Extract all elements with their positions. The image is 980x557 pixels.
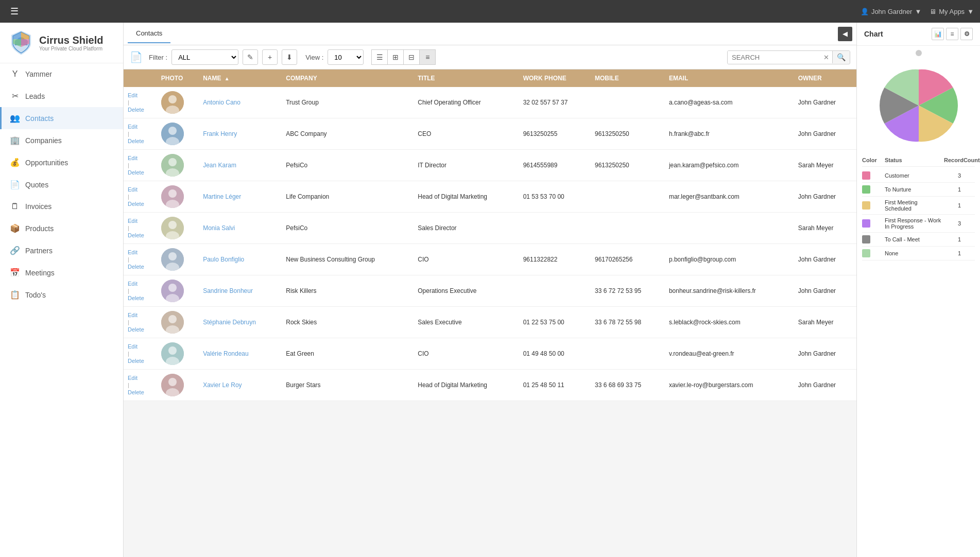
myapps-menu[interactable]: 🖥 My Apps ▼ [930,8,974,15]
sidebar-item-leads[interactable]: ✂ Leads [0,85,123,107]
row-company: PefsiCo [282,213,414,244]
delete-link[interactable]: Delete [128,232,153,238]
filter-select[interactable]: ALL My Contacts Recent [171,49,238,65]
user-menu[interactable]: 👤 John Gardner ▼ [861,8,921,15]
myapps-chevron-icon: ▼ [967,8,974,15]
col-header-title[interactable]: TITLE [414,69,519,87]
sidebar-item-todos[interactable]: 📋 Todo's [0,284,123,306]
myapps-icon: 🖥 [930,8,936,15]
contact-name-link[interactable]: Valérie Rondeau [203,350,249,357]
avatar [161,248,184,271]
sidebar-item-meetings[interactable]: 📅 Meetings [0,262,123,284]
tab-contacts[interactable]: Contacts [128,24,170,43]
delete-link[interactable]: Delete [128,201,153,207]
row-actions: Edit | Delete [124,338,157,370]
sidebar-item-companies[interactable]: 🏢 Companies [0,129,123,151]
contact-name-link[interactable]: Monia Salvi [203,224,235,232]
contacts-table: PHOTO NAME ▲ COMPANY TITLE WORK PHONE MO… [124,69,856,401]
row-photo [157,370,199,401]
contact-name-link[interactable]: Paulo Bonfiglio [203,256,244,263]
legend-color-swatch [862,171,870,180]
hamburger-button[interactable]: ☰ [6,4,23,19]
row-workphone: 01 49 48 50 00 [519,338,591,370]
table-view-button[interactable]: ≡ [419,49,436,65]
edit-link[interactable]: Edit [128,186,153,193]
sidebar-item-yammer[interactable]: Y Yammer [0,63,123,85]
col-header-company[interactable]: COMPANY [282,69,414,87]
edit-link[interactable]: Edit [128,124,153,130]
col-header-workphone[interactable]: WORK PHONE [519,69,591,87]
row-owner: John Gardner [794,118,856,150]
col-header-email[interactable]: EMAIL [665,69,794,87]
row-workphone: 32 02 557 57 37 [519,87,591,118]
sidebar-item-partners[interactable]: 🔗 Partners [0,239,123,262]
row-photo [157,338,199,370]
row-name: Sandrine Bonheur [199,275,282,307]
add-button[interactable]: + [262,49,278,65]
contact-name-link[interactable]: Martine Léger [203,193,241,200]
edit-link[interactable]: Edit [128,312,153,318]
chart-list-icon[interactable]: ≡ [946,28,958,40]
contact-name-link[interactable]: Antonio Cano [203,99,240,106]
search-input[interactable] [728,51,820,64]
col-header-name[interactable]: NAME ▲ [199,69,282,87]
col-header-owner[interactable]: OWNER [794,69,856,87]
edit-link[interactable]: Edit [128,218,153,224]
row-company: Risk Killers [282,275,414,307]
row-email: mar.leger@santbank.com [665,181,794,213]
contact-name-link[interactable]: Frank Henry [203,130,237,137]
edit-filter-button[interactable]: ✎ [243,49,258,65]
view-select[interactable]: 10 25 50 [328,49,364,65]
delete-link[interactable]: Delete [128,389,153,395]
legend-color-swatch [862,235,870,243]
delete-link[interactable]: Delete [128,107,153,113]
chart-settings-icon[interactable]: ⚙ [960,28,973,40]
search-submit-button[interactable]: 🔍 [832,51,850,63]
sidebar-item-products[interactable]: 📦 Products [0,217,123,239]
meetings-icon: 📅 [10,268,20,277]
grid-view-button[interactable]: ⊟ [403,49,420,65]
col-header-mobile[interactable]: MOBILE [591,69,665,87]
sidebar-item-quotes[interactable]: 📄 Quotes [0,173,123,196]
sidebar-item-label: Leads [25,92,45,100]
row-owner: John Gardner [794,87,856,118]
svg-point-20 [168,252,177,260]
contact-name-link[interactable]: Sandrine Bonheur [203,287,253,294]
logo-sub-text: Your Private Cloud Platform [39,46,103,51]
sidebar-item-invoices[interactable]: 🗒 Invoices [0,196,123,217]
row-actions: Edit | Delete [124,370,157,401]
row-mobile: 9613250250 [591,118,665,150]
edit-link[interactable]: Edit [128,155,153,161]
row-actions: Edit | Delete [124,307,157,338]
row-company: New Business Consulting Group [282,244,414,275]
export-button[interactable]: ⬇ [282,49,297,65]
row-email: xavier.le-roy@burgerstars.com [665,370,794,401]
sidebar-item-label: Contacts [25,114,54,123]
contact-name-link[interactable]: Stéphanie Debruyn [203,319,256,326]
row-owner: John Gardner [794,370,856,401]
row-title: Sales Executive [414,307,519,338]
edit-link[interactable]: Edit [128,281,153,287]
edit-link[interactable]: Edit [128,375,153,381]
edit-link[interactable]: Edit [128,249,153,255]
delete-link[interactable]: Delete [128,326,153,333]
delete-link[interactable]: Delete [128,264,153,270]
delete-link[interactable]: Delete [128,138,153,144]
legend-status: First Response - Work In Progress [885,217,942,230]
card-view-button[interactable]: ⊞ [387,49,404,65]
quotes-icon: 📄 [10,180,20,189]
edit-link[interactable]: Edit [128,92,153,98]
list-view-button[interactable]: ☰ [371,49,388,65]
sidebar-item-contacts[interactable]: 👥 Contacts [0,107,123,129]
contact-name-link[interactable]: Xavier Le Roy [203,381,242,389]
delete-link[interactable]: Delete [128,358,153,364]
collapse-button[interactable]: ◀ [838,27,852,41]
legend-count: 3 [944,172,975,179]
contact-name-link[interactable]: Jean Karam [203,162,236,169]
delete-link[interactable]: Delete [128,295,153,301]
search-clear-button[interactable]: ✕ [820,51,832,63]
edit-link[interactable]: Edit [128,343,153,350]
delete-link[interactable]: Delete [128,169,153,176]
chart-bar-icon[interactable]: 📊 [932,28,944,40]
sidebar-item-opportunities[interactable]: 💰 Opportunities [0,151,123,173]
